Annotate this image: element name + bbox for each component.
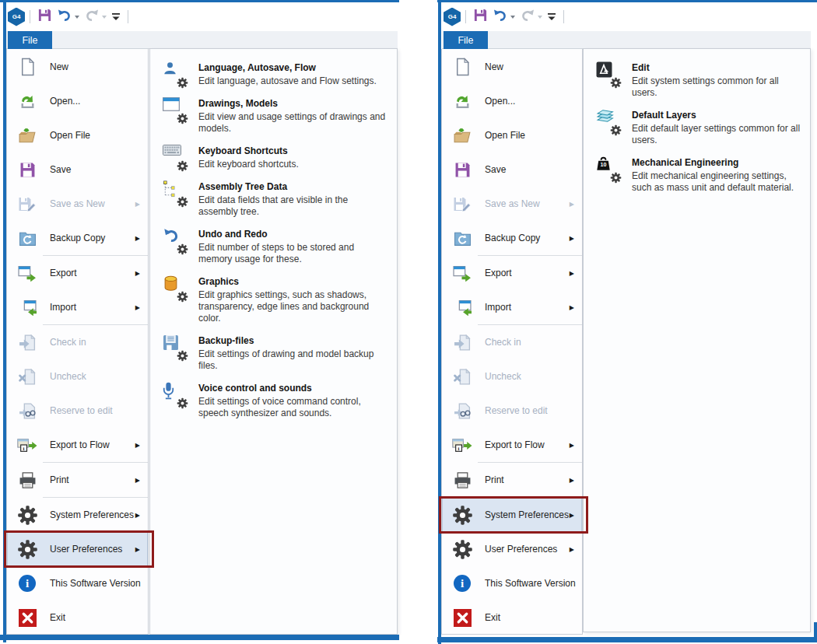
submenu-item-title: Voice control and sounds	[198, 383, 387, 394]
menu-item-this-software-version[interactable]: iThis Software Version	[7, 566, 148, 600]
menu-item-open-file[interactable]: Open File	[7, 118, 148, 152]
submenu-arrow-icon: ▶	[135, 477, 143, 484]
open-icon	[451, 90, 473, 112]
submenu-arrow-icon: ▶	[135, 270, 143, 277]
app-logo-g4-icon[interactable]: G4	[444, 8, 461, 26]
submenu-item-default-layers[interactable]: Default LayersEdit default layer setting…	[584, 103, 810, 151]
submenu-item-undo-and-redo[interactable]: Undo and RedoEdit number of steps to be …	[150, 222, 397, 270]
customize-quick-access-button[interactable]	[109, 9, 123, 26]
menu-item-new[interactable]: New	[7, 50, 148, 84]
menu-item-check-in[interactable]: Check in	[442, 325, 582, 359]
menu-item-save[interactable]: Save	[7, 152, 148, 187]
toolbar-separator	[563, 10, 564, 23]
submenu-item-mechanical-engineering[interactable]: 10 Mechanical EngineeringEdit mechanical…	[584, 151, 810, 198]
submenu-item-description: Edit settings of drawing and model backu…	[198, 348, 387, 372]
redo-button[interactable]	[517, 7, 545, 26]
submenu-arrow-icon: ▶	[570, 442, 577, 449]
undo-redo-gear-icon	[162, 228, 188, 254]
svg-text:i: i	[458, 445, 460, 450]
edit-system-gear-icon	[595, 61, 621, 87]
menu-item-uncheck[interactable]: Uncheck	[7, 359, 148, 394]
menu-item-system-preferences[interactable]: System Preferences▶	[7, 498, 148, 532]
menu-item-save-as-new[interactable]: Save as New▶	[7, 187, 148, 221]
menu-item-reserve-to-edit[interactable]: Reserve to edit	[442, 394, 582, 428]
menu-item-export-to-flow[interactable]: iExport to Flow▶	[442, 428, 582, 462]
menu-item-label: System Preferences	[50, 509, 135, 520]
new-file-icon	[16, 56, 38, 78]
menu-item-label: Reserve to edit	[485, 405, 577, 416]
submenu-item-title: Assembly Tree Data	[198, 181, 387, 192]
menu-item-label: Check in	[50, 337, 143, 348]
menu-item-print[interactable]: Print▶	[7, 463, 148, 497]
submenu-item-backup-files[interactable]: Backup-filesEdit settings of drawing and…	[150, 329, 397, 376]
submenu-item-language-autosave-flow[interactable]: Language, Autosave, FlowEdit language, a…	[150, 56, 397, 92]
submenu-arrow-icon: ▶	[135, 235, 143, 242]
undo-button[interactable]	[490, 7, 517, 26]
gear-icon	[16, 538, 38, 560]
redo-button[interactable]	[82, 7, 109, 26]
tab-file[interactable]: File	[444, 31, 488, 49]
dropdown-caret-icon[interactable]	[538, 16, 542, 19]
undo-button[interactable]	[54, 7, 82, 26]
user-preferences-submenu-panel: Language, Autosave, FlowEdit language, a…	[149, 48, 398, 635]
menu-item-label: Check in	[485, 337, 577, 348]
screenshot-user-preferences: G4 File NewOpen...Open FileSaveSave as N…	[0, 0, 399, 642]
submenu-item-graphics[interactable]: GraphicsEdit graphics settings, such as …	[150, 270, 397, 329]
app-logo-g4-icon[interactable]: G4	[8, 8, 25, 26]
menu-item-export-to-flow[interactable]: iExport to Flow▶	[7, 428, 148, 462]
submenu-item-keyboard-shortcuts[interactable]: Keyboard ShortcutsEdit keyboard shortcut…	[150, 139, 397, 175]
menu-item-label: Save	[50, 164, 143, 175]
save-as-new-icon	[451, 193, 473, 215]
menu-item-open[interactable]: Open...	[442, 84, 582, 118]
menu-item-backup-copy[interactable]: Backup Copy▶	[442, 221, 582, 255]
submenu-item-edit[interactable]: EditEdit system settings common for all …	[584, 56, 810, 103]
menu-item-exit[interactable]: Exit	[442, 600, 582, 635]
menu-item-import[interactable]: Import▶	[442, 290, 582, 324]
menu-item-label: Print	[50, 474, 135, 485]
save-button[interactable]	[35, 6, 54, 27]
keyboard-gear-icon	[162, 145, 188, 170]
menu-item-backup-copy[interactable]: Backup Copy▶	[7, 221, 148, 255]
menu-item-system-preferences[interactable]: System Preferences▶	[442, 498, 582, 532]
submenu-item-drawings-models[interactable]: Drawings, ModelsEdit view and usage sett…	[150, 92, 397, 139]
customize-quick-access-button[interactable]	[545, 9, 559, 26]
customize-toolbar-icon	[111, 10, 121, 24]
menu-item-open-file[interactable]: Open File	[442, 118, 582, 152]
menu-item-exit[interactable]: Exit	[7, 600, 148, 635]
menu-item-this-software-version[interactable]: iThis Software Version	[442, 566, 582, 600]
save-button[interactable]	[471, 6, 490, 27]
tab-file[interactable]: File	[8, 31, 52, 49]
submenu-item-title: Mechanical Engineering	[632, 157, 801, 168]
menu-item-import[interactable]: Import▶	[7, 290, 148, 324]
graphics-gear-icon	[162, 275, 188, 301]
menu-item-new[interactable]: New	[442, 50, 582, 84]
menu-item-label: Open File	[50, 130, 143, 141]
submenu-item-voice-control-and-sounds[interactable]: Voice control and soundsEdit settings of…	[150, 376, 397, 424]
submenu-item-text: Drawings, ModelsEdit view and usage sett…	[198, 97, 387, 135]
dropdown-caret-icon[interactable]	[102, 16, 107, 19]
menu-item-label: Uncheck	[50, 371, 143, 382]
menu-item-label: This Software Version	[50, 578, 143, 589]
menu-item-user-preferences[interactable]: User Preferences▶	[7, 532, 148, 566]
mech-eng-gear-icon: 10	[595, 156, 621, 182]
menu-item-export[interactable]: Export▶	[442, 256, 582, 290]
menu-item-save-as-new[interactable]: Save as New▶	[442, 187, 582, 221]
menu-item-save[interactable]: Save	[442, 152, 582, 187]
print-icon	[16, 469, 38, 491]
menu-item-user-preferences[interactable]: User Preferences▶	[442, 532, 582, 566]
menu-item-print[interactable]: Print▶	[442, 463, 582, 497]
submenu-arrow-icon: ▶	[135, 442, 143, 449]
toolbar-separator	[128, 10, 128, 23]
menu-item-uncheck[interactable]: Uncheck	[442, 359, 582, 394]
info-icon: i	[16, 572, 38, 594]
menu-item-export[interactable]: Export▶	[7, 256, 148, 290]
info-icon: i	[451, 572, 473, 594]
dropdown-caret-icon[interactable]	[75, 16, 79, 19]
import-icon	[451, 296, 473, 318]
submenu-item-assembly-tree-data[interactable]: Assembly Tree DataEdit data fields that …	[150, 175, 397, 222]
menu-item-reserve-to-edit[interactable]: Reserve to edit	[7, 394, 148, 428]
menu-item-check-in[interactable]: Check in	[7, 325, 148, 359]
submenu-item-text: Voice control and soundsEdit settings of…	[198, 382, 387, 419]
dropdown-caret-icon[interactable]	[510, 16, 515, 19]
menu-item-open[interactable]: Open...	[7, 84, 148, 118]
